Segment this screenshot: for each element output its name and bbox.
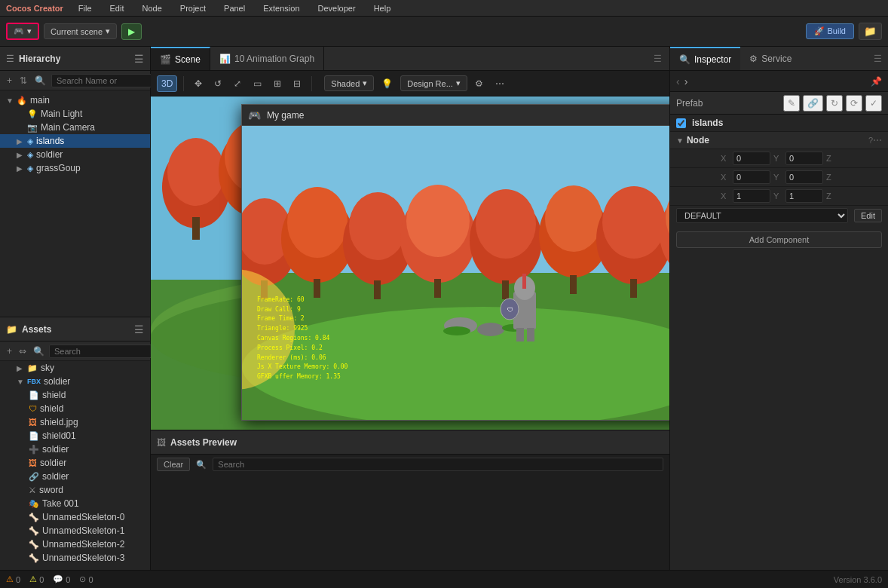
tree-arrow-grassgoup: ▶	[17, 164, 24, 173]
assets-node-unnamed-skel-1[interactable]: 🦴 UnnamedSkeleton-1	[0, 524, 150, 537]
assets-node-shield-jpg[interactable]: 🖼 shield.jpg	[0, 415, 150, 429]
tree-node-main-light[interactable]: 💡 Main Light	[0, 107, 150, 121]
menu-extension[interactable]: Extension	[260, 4, 302, 13]
menu-project[interactable]: Project	[177, 4, 209, 13]
menu-developer[interactable]: Developer	[315, 4, 359, 13]
gamepad-icon: 🎮	[14, 26, 24, 36]
game-stats-text: FrameRate: 60 Draw Call: 9 Frame Time: 2…	[257, 296, 348, 382]
assets-node-shield2[interactable]: 🛡 shield	[0, 402, 150, 415]
add-node-btn[interactable]: +	[5, 75, 14, 87]
layer-select[interactable]: DEFAULT	[676, 208, 848, 223]
scale-x-input[interactable]	[733, 189, 770, 203]
position-x-input[interactable]	[733, 152, 770, 165]
assets-title: Assets	[22, 324, 51, 335]
tab-inspector[interactable]: 🔍 Inspector	[670, 47, 740, 70]
svg-rect-52	[434, 279, 441, 298]
tree-node-grassgoup[interactable]: ▶ ◈ grassGoup	[0, 161, 150, 175]
menu-edit[interactable]: Edit	[107, 4, 127, 13]
add-component-row: Add Component	[670, 225, 888, 254]
pin-btn[interactable]: 📌	[871, 76, 882, 87]
tree-node-islands[interactable]: ▶ ◈ islands	[0, 134, 150, 148]
rotation-y-input[interactable]	[785, 170, 823, 184]
assets-node-soldier-img[interactable]: 🖼 soldier	[0, 456, 150, 470]
prefab-edit-btn[interactable]: ✎	[783, 95, 800, 112]
scale-y-input[interactable]	[785, 189, 823, 203]
prefab-check-btn[interactable]: ✓	[865, 95, 882, 112]
scene-tabs-menu-btn[interactable]: ☰	[646, 54, 669, 64]
assets-node-shield1[interactable]: 📄 shield	[0, 388, 150, 402]
tree-node-main-camera[interactable]: 📷 Main Camera	[0, 121, 150, 134]
menu-bar: Cocos Creator File Edit Node Project Pan…	[0, 0, 888, 17]
nav-back-btn[interactable]: ‹	[676, 75, 680, 87]
game-preview-button[interactable]: 🎮 ▾	[6, 23, 39, 40]
btn-3d[interactable]: 3D	[157, 75, 177, 92]
tree-label-main: main	[30, 95, 50, 106]
menu-file[interactable]: File	[75, 4, 95, 13]
assets-node-unnamed-skel-2[interactable]: 🦴 UnnamedSkeleton-2	[0, 537, 150, 551]
assets-node-soldier-anim[interactable]: ➕ soldier	[0, 443, 150, 456]
btn-move[interactable]: ✥	[190, 75, 207, 92]
current-scene-button[interactable]: Current scene ▾	[44, 23, 117, 39]
scene-settings-btn[interactable]: ⚙	[470, 75, 488, 92]
status-warning: ⚠ 0	[29, 574, 44, 584]
assets-node-sword[interactable]: ⚔ sword	[0, 483, 150, 497]
skeleton-icon-3: 🦴	[29, 553, 39, 563]
assets-menu-btn[interactable]: ☰	[134, 323, 144, 335]
play-button[interactable]: ▶	[121, 23, 142, 40]
svg-point-48	[349, 192, 406, 260]
menu-panel[interactable]: Panel	[221, 4, 248, 13]
version-label: Version 3.6.0	[834, 575, 882, 584]
inspector-menu-btn[interactable]: ☰	[868, 54, 888, 64]
rotation-x-input[interactable]	[733, 170, 770, 184]
position-y-input[interactable]	[785, 152, 823, 165]
game-window: 🎮 My game ─ □ ✕	[241, 104, 669, 421]
tab-anim-graph[interactable]: 📊 10 Animation Graph	[210, 47, 324, 70]
section-more-btn[interactable]: ⋯	[873, 135, 882, 145]
btn-snap[interactable]: ⊟	[289, 75, 305, 92]
add-component-button[interactable]: Add Component	[676, 231, 882, 248]
shaded-dropdown[interactable]: Shaded ▾	[324, 75, 374, 91]
tree-node-main[interactable]: ▼ 🔥 main	[0, 93, 150, 107]
btn-rotate[interactable]: ↺	[210, 75, 226, 92]
design-res-dropdown[interactable]: Design Re... ▾	[400, 75, 467, 91]
assets-node-unnamed-skel-3[interactable]: 🦴 UnnamedSkeleton-3	[0, 551, 150, 565]
menu-help[interactable]: Help	[371, 4, 394, 13]
assets-node-sky[interactable]: ▶ 📁 sky	[0, 361, 150, 375]
assets-collapse-btn[interactable]: ⇔	[17, 345, 29, 357]
assets-node-shield01[interactable]: 📄 shield01	[0, 429, 150, 443]
status-misc: ⊙ 0	[79, 574, 93, 584]
sort-btn[interactable]: ⇅	[17, 75, 29, 87]
assets-node-soldier-mat[interactable]: 🔗 soldier	[0, 470, 150, 483]
btn-transform[interactable]: ⊞	[269, 75, 286, 92]
build-button[interactable]: 🚀 Prefab Build	[806, 23, 854, 39]
node-enabled-checkbox[interactable]	[676, 118, 686, 128]
assets-preview-search-input[interactable]	[213, 458, 663, 471]
btn-scale[interactable]: ⤢	[229, 75, 246, 92]
hierarchy-tree: ▼ 🔥 main 💡 Main Light 📷 Main Camera ▶ ◈ …	[0, 90, 150, 317]
status-bar: ⚠ 0 ⚠ 0 💬 0 ⊙ 0 Version 3.6.0	[0, 570, 888, 588]
assets-preview-content: Clear 🔍	[151, 455, 669, 474]
assets-node-take001[interactable]: 🎭 Take 001	[0, 497, 150, 510]
tree-node-soldier[interactable]: ▶ ◈ soldier	[0, 148, 150, 161]
assets-add-btn[interactable]: +	[5, 345, 14, 357]
light-toggle-btn[interactable]: 💡	[377, 75, 397, 92]
assets-tree: ▶ 📁 sky ▼ FBX soldier 📄 shield 🛡	[0, 361, 150, 588]
prefab-link-btn[interactable]: 🔗	[803, 95, 823, 112]
folder-button[interactable]: 📁	[859, 23, 882, 40]
nav-forward-btn[interactable]: ›	[684, 75, 688, 87]
tab-service[interactable]: ⚙ Service	[740, 47, 801, 70]
assets-node-fbx-soldier[interactable]: ▼ FBX soldier	[0, 375, 150, 388]
layer-edit-btn[interactable]: Edit	[854, 209, 882, 222]
prefab-sync-btn[interactable]: ↻	[826, 95, 843, 112]
clear-button[interactable]: Clear	[157, 458, 190, 471]
assets-search-input[interactable]	[49, 345, 164, 358]
hierarchy-search-input[interactable]	[51, 74, 166, 87]
prefab-reload-btn[interactable]: ⟳	[846, 95, 862, 112]
assets-node-unnamed-skel-0[interactable]: 🦴 UnnamedSkeleton-0	[0, 510, 150, 524]
svg-rect-58	[570, 275, 577, 294]
tab-scene[interactable]: 🎬 Scene	[151, 47, 210, 70]
menu-node[interactable]: Node	[139, 4, 165, 13]
scene-more-btn[interactable]: ⋯	[491, 75, 509, 92]
hierarchy-menu-btn[interactable]: ☰	[134, 53, 144, 65]
btn-rect[interactable]: ▭	[249, 75, 266, 92]
